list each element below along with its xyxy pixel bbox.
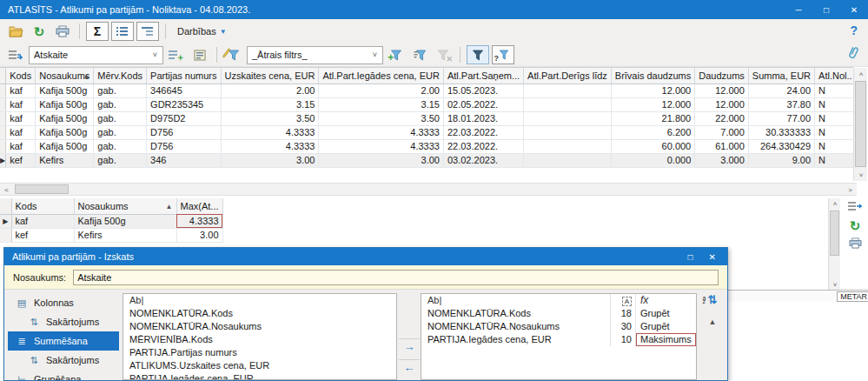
column-header[interactable]: Partijas numurs xyxy=(147,68,221,84)
print-icon[interactable] xyxy=(52,22,73,41)
grid-cell[interactable]: 4.3333 xyxy=(319,139,444,153)
selected-field-fx[interactable]: Maksimums xyxy=(636,333,696,346)
grid-cell[interactable]: gab. xyxy=(94,153,147,167)
detail-view-button[interactable] xyxy=(111,22,134,41)
minimize-icon[interactable]: ─ xyxy=(785,0,812,19)
grid-cell[interactable]: N xyxy=(815,111,853,125)
darbibas-menu[interactable]: Darbības ▼ xyxy=(172,26,232,37)
maximize-icon[interactable]: □ xyxy=(812,0,840,19)
available-field-item[interactable]: NOMENKLATŪRA.Nosaukums xyxy=(123,320,396,333)
select-columns-icon[interactable] xyxy=(848,201,862,214)
quick-filter-combobox[interactable]: _Ātrais filtrs_ ˅ xyxy=(247,46,383,64)
sort-az-icon[interactable]: ⇅ xyxy=(708,295,718,305)
grid-cell[interactable] xyxy=(524,125,612,139)
grid-cell[interactable]: Kafija 500g xyxy=(36,125,94,139)
column-header[interactable]: Brīvais daudzums xyxy=(611,68,694,84)
sidebar-item-grupēšana[interactable]: ⊢Grupēšana xyxy=(8,370,119,380)
selected-field-fx[interactable]: Grupēt xyxy=(636,320,696,333)
grid-cell[interactable]: 4.3333 xyxy=(176,214,222,228)
print-summary-icon[interactable] xyxy=(849,237,862,251)
scroll-thumb[interactable] xyxy=(855,81,866,167)
grid-cell[interactable]: kaf xyxy=(6,111,36,125)
scroll-thumb[interactable] xyxy=(830,211,839,256)
grid-cell[interactable]: 3.000 xyxy=(695,153,749,167)
grid-cell[interactable]: 4.3333 xyxy=(319,125,444,139)
selected-field-name[interactable]: NOMENKLATŪRA.Kods xyxy=(421,307,611,320)
paperclip-icon[interactable] xyxy=(847,45,860,62)
column-header[interactable]: Uzskaites cena, EUR xyxy=(221,68,319,84)
grid-cell[interactable]: Kefirs xyxy=(36,153,94,167)
sidebar-item-sakārtojums[interactable]: ⇅Sakārtojums xyxy=(8,351,119,370)
selected-field-fx[interactable]: Grupēt xyxy=(636,307,696,320)
scroll-thumb[interactable] xyxy=(15,184,69,194)
scroll-up-icon[interactable]: ˄ xyxy=(829,198,841,210)
grid-cell[interactable]: Kafija 500g xyxy=(36,111,94,125)
grid-cell[interactable] xyxy=(524,111,612,125)
available-filter-input[interactable]: Ab| xyxy=(123,294,396,307)
grid-cell[interactable]: Kafija 500g xyxy=(74,214,176,228)
move-left-button[interactable]: ← xyxy=(399,359,420,375)
grid-row[interactable]: kafKafija 500ggab.D7564.33334.333322.03.… xyxy=(0,139,853,153)
main-grid-hscrollbar[interactable]: < > xyxy=(0,183,857,196)
refresh-summary-icon[interactable]: ↻ xyxy=(850,219,861,232)
grid-cell[interactable]: D975D2 xyxy=(147,111,221,125)
grid-cell[interactable]: Kafija 500g xyxy=(36,84,94,97)
grid-cell[interactable]: 24.00 xyxy=(748,84,814,97)
grid-cell[interactable]: gab. xyxy=(94,111,147,125)
grid-cell[interactable]: 3.00 xyxy=(221,153,319,167)
grid-cell[interactable]: 22.03.2022. xyxy=(443,125,523,139)
grid-cell[interactable]: 30.333333 xyxy=(748,125,814,139)
available-field-item[interactable]: PARTIJA.Iegādes cena, EUR xyxy=(123,372,396,380)
grid-cell[interactable]: kef xyxy=(11,228,74,242)
grid-cell[interactable]: 2.00 xyxy=(221,84,319,97)
grid-cell[interactable]: kaf xyxy=(11,214,74,228)
grid-cell[interactable]: kaf xyxy=(6,97,36,111)
grid-cell[interactable]: 0.000 xyxy=(611,153,694,167)
grid-cell[interactable] xyxy=(524,97,612,111)
scroll-up-icon[interactable]: ˄ xyxy=(854,68,868,80)
grid-cell[interactable]: Kafija 500g xyxy=(36,139,94,153)
grid-cell[interactable]: 4.3333 xyxy=(221,139,319,153)
selected-field-name[interactable]: PARTIJA.Iegādes cena, EUR xyxy=(421,333,611,346)
grid-cell[interactable]: 3.50 xyxy=(319,111,444,125)
selected-field-row[interactable]: NOMENKLATŪRA.Nosaukums30Grupēt xyxy=(421,320,696,333)
grid-cell[interactable]: 02.05.2022. xyxy=(443,97,523,111)
grid-cell[interactable]: 3.15 xyxy=(221,97,319,111)
select-view-icon[interactable] xyxy=(5,45,26,64)
available-field-item[interactable]: ATLIKUMS.Uzskaites cena, EUR xyxy=(123,359,396,372)
available-field-item[interactable]: NOMENKLATŪRA.Kods xyxy=(123,307,396,320)
grid-cell[interactable]: 21.800 xyxy=(611,111,694,125)
column-header[interactable]: Max(At... xyxy=(176,198,222,214)
grid-cell[interactable]: 346645 xyxy=(147,84,221,97)
grid-row[interactable]: kafKafija 500ggab.D7564.33334.333322.03.… xyxy=(0,125,853,139)
grid-cell[interactable]: 22.03.2022. xyxy=(443,139,523,153)
grid-cell[interactable]: 9.00 xyxy=(748,153,814,167)
grid-cell[interactable]: kaf xyxy=(6,139,36,153)
grid-cell[interactable]: kef xyxy=(6,153,36,167)
summary-grid-vscrollbar[interactable]: ˄ ˅ xyxy=(828,198,840,291)
sidebar-item-sakārtojums[interactable]: ⇅Sakārtojums xyxy=(8,312,119,331)
grid-cell[interactable]: 3.00 xyxy=(319,153,444,167)
grid-cell[interactable]: kaf xyxy=(6,84,36,97)
scroll-down-icon[interactable]: ˅ xyxy=(854,169,868,181)
column-header[interactable]: Mērv.Kods xyxy=(94,68,147,84)
column-header[interactable]: Nosaukums▲ xyxy=(36,68,94,84)
column-header[interactable]: Summa, EUR xyxy=(748,68,814,84)
column-header[interactable]: Atl.Part.Iegādes cena, EUR xyxy=(319,68,444,84)
grid-cell[interactable]: gab. xyxy=(94,125,147,139)
grid-cell[interactable]: 4.3333 xyxy=(221,125,319,139)
selected-field-row[interactable]: PARTIJA.Iegādes cena, EUR10Maksimums xyxy=(421,333,696,346)
grid-row[interactable]: kafKafija 500ggab.GDR2353453.153.1502.05… xyxy=(0,97,853,111)
scroll-left-icon[interactable]: < xyxy=(0,184,13,197)
sum-toggle-button[interactable]: Σ xyxy=(86,22,109,41)
sidebar-item-summēšana[interactable]: ≣Summēšana xyxy=(8,331,119,351)
grid-cell[interactable]: N xyxy=(815,84,853,97)
edit-view-icon[interactable] xyxy=(189,45,210,64)
available-field-item[interactable]: PARTIJA.Partijas numurs xyxy=(123,346,396,359)
grid-row[interactable]: ▶kefKefirsgab.3463.003.0003.02.2023.0.00… xyxy=(0,153,853,167)
grid-cell[interactable]: 12.000 xyxy=(695,84,749,97)
selected-field-width[interactable]: 18 xyxy=(611,307,636,320)
grid-cell[interactable]: 2.00 xyxy=(319,84,444,97)
grid-cell[interactable]: kaf xyxy=(6,125,36,139)
grid-cell[interactable]: N xyxy=(815,125,853,139)
